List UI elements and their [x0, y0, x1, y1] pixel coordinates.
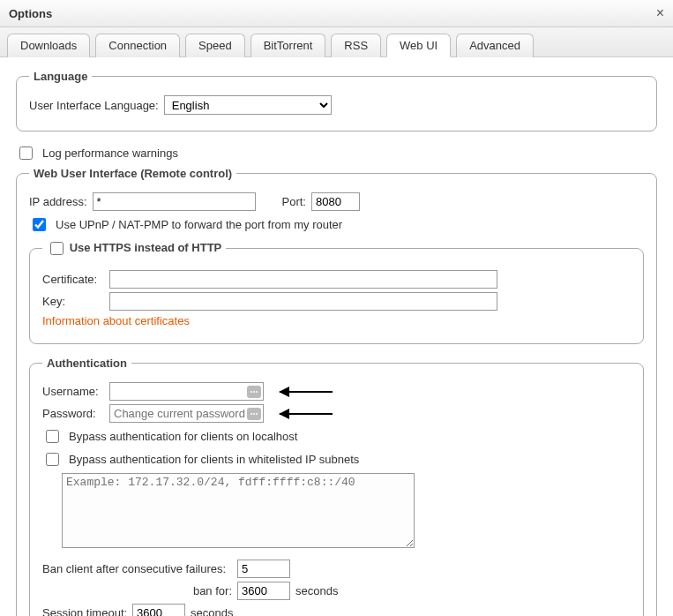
tab-bar: Downloads Connection Speed BitTorrent RS…	[0, 27, 673, 57]
tab-advanced[interactable]: Advanced	[456, 34, 534, 57]
whitelist-subnets-textarea[interactable]	[62, 473, 415, 548]
certificate-label: Certificate:	[42, 273, 104, 286]
webui-legend: Web User Interface (Remote control)	[29, 167, 236, 180]
auth-group: Authentication Username: Password:	[29, 357, 644, 616]
ui-language-select[interactable]: English	[164, 95, 332, 115]
webui-group: Web User Interface (Remote control) IP a…	[16, 167, 657, 616]
tab-downloads[interactable]: Downloads	[7, 34, 90, 57]
tab-connection[interactable]: Connection	[95, 34, 180, 57]
port-label: Port:	[282, 195, 306, 208]
tab-bittorrent[interactable]: BitTorrent	[251, 34, 326, 57]
ip-address-input[interactable]	[93, 192, 256, 211]
arrow-annotation	[280, 391, 333, 393]
use-https-checkbox[interactable]	[50, 242, 64, 255]
close-icon[interactable]: ×	[656, 5, 664, 21]
ban-for-suffix: seconds	[295, 584, 338, 597]
tab-web-ui[interactable]: Web UI	[386, 34, 451, 57]
upnp-label: Use UPnP / NAT-PMP to forward the port f…	[56, 218, 342, 231]
bypass-localhost-label: Bypass authentication for clients on loc…	[69, 430, 297, 443]
username-input[interactable]	[109, 382, 264, 401]
https-group: Use HTTPS instead of HTTP Certificate: K…	[29, 239, 644, 344]
key-input[interactable]	[109, 292, 497, 311]
session-timeout-suffix: seconds	[191, 606, 233, 616]
use-https-label: Use HTTPS instead of HTTP	[70, 241, 222, 254]
session-timeout-input[interactable]	[132, 604, 185, 616]
ban-failures-label: Ban client after consecutive failures:	[42, 562, 232, 575]
key-label: Key:	[42, 295, 104, 308]
tab-speed[interactable]: Speed	[185, 34, 245, 57]
ellipsis-icon[interactable]	[247, 386, 261, 398]
bypass-subnet-label: Bypass authentication for clients in whi…	[69, 453, 359, 466]
ui-language-label: User Interface Language:	[29, 99, 159, 112]
ip-address-label: IP address:	[29, 195, 87, 208]
port-input[interactable]	[311, 192, 360, 211]
auth-legend: Authentication	[42, 357, 131, 370]
password-input[interactable]	[109, 404, 264, 423]
language-legend: Language	[29, 70, 92, 83]
tab-rss[interactable]: RSS	[331, 34, 381, 57]
ban-failures-input[interactable]	[237, 560, 290, 578]
window-title: Options	[9, 7, 52, 20]
password-label: Password:	[42, 407, 104, 420]
log-performance-label: Log performance warnings	[42, 146, 178, 160]
content-scroll-area[interactable]: Language User Interface Language: Englis…	[0, 57, 673, 616]
upnp-checkbox[interactable]	[33, 218, 46, 231]
ban-for-input[interactable]	[237, 582, 290, 600]
bypass-localhost-checkbox[interactable]	[46, 430, 59, 443]
ban-for-label: ban for:	[42, 584, 232, 597]
username-label: Username:	[42, 385, 104, 398]
certificate-input[interactable]	[109, 270, 497, 289]
arrow-annotation	[280, 413, 333, 415]
bypass-subnet-checkbox[interactable]	[46, 453, 59, 466]
session-timeout-label: Session timeout:	[42, 606, 127, 616]
cert-info-link[interactable]: Information about certificates	[42, 314, 190, 327]
https-legend: Use HTTPS instead of HTTP	[42, 239, 226, 258]
window-titlebar: Options ×	[0, 0, 673, 27]
ellipsis-icon[interactable]	[247, 408, 261, 420]
log-performance-checkbox[interactable]	[19, 146, 33, 160]
language-group: Language User Interface Language: Englis…	[16, 70, 657, 131]
